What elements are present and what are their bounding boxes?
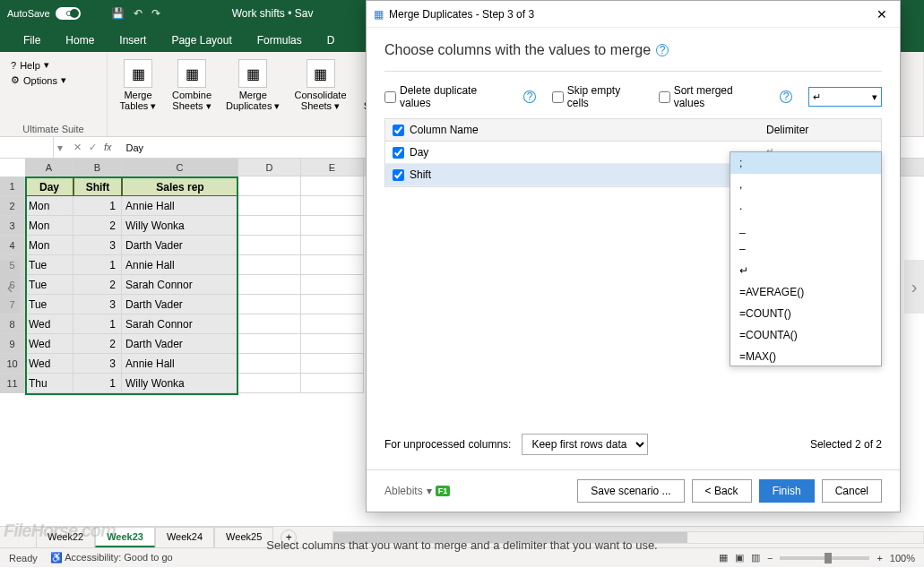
- data-cell[interactable]: 3: [73, 354, 122, 374]
- empty-cell[interactable]: [238, 374, 301, 393]
- data-cell[interactable]: Sarah Connor: [122, 314, 238, 334]
- dropdown-item[interactable]: ↵: [730, 260, 881, 281]
- row-header[interactable]: 8: [0, 314, 25, 334]
- empty-cell[interactable]: [238, 255, 301, 275]
- data-cell[interactable]: Darth Vader: [122, 334, 238, 354]
- options-button[interactable]: ⚙Options ▾: [11, 74, 96, 86]
- help-icon[interactable]: ?: [523, 90, 536, 103]
- data-cell[interactable]: Willy Wonka: [122, 216, 238, 236]
- row-header[interactable]: 10: [0, 354, 25, 374]
- tab-file[interactable]: File: [11, 29, 53, 52]
- help-button[interactable]: ?Help ▾: [11, 59, 96, 71]
- empty-cell[interactable]: [301, 196, 364, 216]
- save-scenario-button[interactable]: Save scenario ...: [577, 479, 684, 503]
- empty-cell[interactable]: [301, 314, 364, 334]
- redo-icon[interactable]: ↷: [151, 7, 160, 20]
- data-cell[interactable]: 1: [73, 314, 122, 334]
- undo-icon[interactable]: ↶: [134, 7, 142, 20]
- data-cell[interactable]: 1: [73, 255, 122, 275]
- dropdown-item[interactable]: ,: [730, 174, 881, 195]
- empty-cell[interactable]: [301, 176, 364, 196]
- data-cell[interactable]: 3: [73, 236, 122, 255]
- data-cell[interactable]: Wed: [25, 334, 73, 354]
- tab-formulas[interactable]: Formulas: [245, 29, 315, 52]
- ribbon-btn-1[interactable]: ▦CombineSheets ▾: [168, 56, 215, 115]
- row-header[interactable]: 11: [0, 374, 25, 393]
- empty-cell[interactable]: [238, 334, 301, 354]
- dropdown-item[interactable]: _: [730, 217, 881, 238]
- empty-cell[interactable]: [301, 236, 364, 255]
- accept-fx-icon[interactable]: ✓: [89, 142, 97, 153]
- data-cell[interactable]: Willy Wonka: [122, 374, 238, 393]
- name-box[interactable]: [0, 137, 54, 158]
- data-cell[interactable]: Annie Hall: [122, 354, 238, 374]
- data-cell[interactable]: Annie Hall: [122, 196, 238, 216]
- close-icon[interactable]: ✕: [871, 5, 893, 23]
- dropdown-item[interactable]: =COUNTA(): [730, 324, 881, 346]
- dropdown-item[interactable]: =COUNT(): [730, 303, 881, 324]
- column-checkbox[interactable]: [393, 169, 404, 181]
- data-cell[interactable]: Tue: [25, 295, 73, 314]
- ribbon-btn-0[interactable]: ▦MergeTables ▾: [115, 56, 161, 115]
- empty-cell[interactable]: [238, 176, 301, 196]
- data-cell[interactable]: Darth Vader: [122, 295, 238, 314]
- empty-cell[interactable]: [301, 334, 364, 354]
- fx-icon[interactable]: fx: [104, 142, 112, 153]
- empty-cell[interactable]: [301, 295, 364, 314]
- help-icon[interactable]: ?: [780, 90, 792, 103]
- data-cell[interactable]: Annie Hall: [122, 255, 238, 275]
- empty-cell[interactable]: [301, 374, 364, 393]
- empty-cell[interactable]: [301, 354, 364, 374]
- dropdown-item[interactable]: .: [730, 195, 881, 217]
- col-header-D[interactable]: D: [238, 159, 301, 176]
- empty-cell[interactable]: [238, 314, 301, 334]
- data-cell[interactable]: 1: [73, 196, 122, 216]
- col-header-A[interactable]: A: [25, 159, 73, 176]
- empty-cell[interactable]: [301, 275, 364, 295]
- delimiter-dropdown[interactable]: ↵ ▾: [808, 87, 882, 107]
- data-cell[interactable]: 3: [73, 295, 122, 314]
- empty-cell[interactable]: [301, 255, 364, 275]
- tab-insert[interactable]: Insert: [107, 29, 159, 52]
- header-cell[interactable]: Sales rep: [122, 176, 238, 196]
- data-cell[interactable]: Tue: [25, 255, 73, 275]
- empty-cell[interactable]: [238, 275, 301, 295]
- ribbon-btn-2[interactable]: ▦MergeDuplicates ▾: [222, 56, 283, 115]
- empty-cell[interactable]: [301, 216, 364, 236]
- autosave-toggle[interactable]: AutoSave On: [7, 7, 97, 20]
- header-cell[interactable]: Shift: [73, 176, 122, 196]
- col-header-B[interactable]: B: [73, 159, 122, 176]
- empty-cell[interactable]: [238, 196, 301, 216]
- data-cell[interactable]: Mon: [25, 236, 73, 255]
- cancel-button[interactable]: Cancel: [822, 479, 882, 503]
- unprocessed-select[interactable]: Keep first rows data: [522, 434, 648, 455]
- col-header-C[interactable]: C: [122, 159, 238, 176]
- data-cell[interactable]: Wed: [25, 314, 73, 334]
- empty-cell[interactable]: [238, 295, 301, 314]
- dialog-title-bar[interactable]: ▦Merge Duplicates - Step 3 of 3 ✕: [367, 1, 900, 28]
- empty-cell[interactable]: [238, 236, 301, 255]
- data-cell[interactable]: Sarah Connor: [122, 275, 238, 295]
- row-header-1[interactable]: 1: [0, 176, 25, 196]
- tab-home[interactable]: Home: [53, 29, 107, 52]
- data-cell[interactable]: 2: [73, 216, 122, 236]
- finish-button[interactable]: Finish: [759, 479, 815, 503]
- dropdown-item[interactable]: ;: [730, 152, 881, 174]
- namebox-dropdown-icon[interactable]: ▾: [54, 142, 66, 154]
- skip-empty-checkbox[interactable]: Skip empty cells: [552, 84, 643, 109]
- cancel-fx-icon[interactable]: ✕: [73, 142, 82, 153]
- tab-page-layout[interactable]: Page Layout: [159, 29, 244, 52]
- data-cell[interactable]: Tue: [25, 275, 73, 295]
- back-button[interactable]: < Back: [692, 479, 752, 503]
- data-cell[interactable]: Wed: [25, 354, 73, 374]
- select-all-checkbox[interactable]: [393, 125, 404, 136]
- prev-nav-icon[interactable]: ‹: [0, 260, 20, 314]
- help-icon[interactable]: ?: [656, 44, 669, 56]
- row-header[interactable]: 2: [0, 196, 25, 216]
- ribbon-btn-3[interactable]: ▦ConsolidateSheets ▾: [290, 56, 350, 115]
- delete-duplicates-checkbox[interactable]: Delete duplicate values: [384, 84, 507, 109]
- save-icon[interactable]: 💾: [111, 7, 125, 20]
- dropdown-item[interactable]: –: [730, 238, 881, 260]
- delimiter-dropdown-list[interactable]: ;,._–↵=AVERAGE()=COUNT()=COUNTA()=MAX()=…: [730, 151, 882, 366]
- row-header[interactable]: 4: [0, 236, 25, 255]
